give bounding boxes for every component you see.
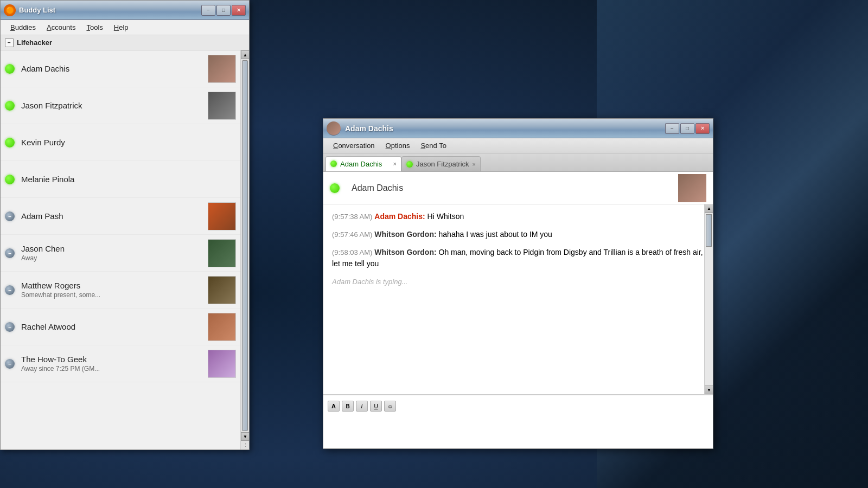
chat-title-text: Adam Dachis	[345, 124, 665, 133]
msg-time-3: (9:58:03 AM)	[332, 248, 372, 256]
status-dot-how-to-geek	[5, 359, 15, 369]
status-dot-melanie-pinola	[5, 175, 15, 184]
buddy-item-rachel-atwood[interactable]: Rachel Atwood	[1, 309, 240, 345]
buddy-list-titlebar: 🟠 Buddy List − □ ✕	[1, 1, 249, 20]
scrollbar-resize: ⋮	[241, 441, 249, 450]
chat-menu-options[interactable]: Options	[380, 140, 416, 151]
chat-scroll-thumb[interactable]	[706, 214, 712, 247]
chat-menu-conversation[interactable]: Conversation	[328, 140, 380, 151]
buddy-item-adam-pash[interactable]: Adam Pash	[1, 198, 240, 235]
chat-minimize-btn[interactable]: −	[665, 123, 679, 134]
group-collapse-btn[interactable]: −	[5, 38, 14, 47]
chat-scroll-arrow-down[interactable]: ▼	[705, 386, 713, 394]
buddy-item-how-to-geek[interactable]: The How-To Geek Away since 7:25 PM (GM..…	[1, 345, 240, 382]
chat-tab-adam-dachis[interactable]: Adam Dachis ×	[326, 156, 401, 171]
status-dot-kevin-purdy	[5, 138, 15, 147]
toolbar-italic-btn[interactable]: I	[356, 401, 368, 412]
menu-accounts[interactable]: Accounts	[41, 21, 81, 34]
chat-header: Adam Dachis	[323, 172, 713, 204]
buddy-name-kevin-purdy: Kevin Purdy	[21, 138, 236, 147]
typing-indicator: Adam Dachis is typing...	[332, 276, 704, 287]
buddy-avatar-matthew-rogers	[208, 276, 236, 304]
message-1: (9:57:38 AM) Adam Dachis: Hi Whitson	[332, 211, 704, 222]
chat-close-btn[interactable]: ✕	[695, 123, 710, 134]
buddy-item-kevin-purdy[interactable]: Kevin Purdy	[1, 124, 240, 161]
buddy-list-scroll-area: Adam Dachis Jason Fitzpatrick Kevin Purd…	[1, 50, 240, 450]
chat-tab-close-adam[interactable]: ×	[393, 160, 397, 167]
buddy-list-window-controls: − □ ✕	[201, 5, 246, 16]
chat-menu-bar: Conversation Options Send To	[323, 138, 713, 153]
chat-tab-close-jason-fitz[interactable]: ×	[473, 161, 476, 168]
buddy-name-jason-fitzpatrick: Jason Fitzpatrick	[21, 101, 208, 110]
scrollbar-arrow-down[interactable]: ▼	[241, 432, 249, 441]
buddy-avatar-jason-chen	[208, 239, 236, 267]
buddy-status-how-to-geek: Away since 7:25 PM (GM...	[21, 365, 208, 373]
menu-help[interactable]: Help	[108, 21, 134, 34]
status-dot-adam-dachis	[5, 64, 15, 74]
menu-tools[interactable]: Tools	[81, 21, 108, 34]
buddy-name-rachel-atwood: Rachel Atwood	[21, 322, 208, 331]
buddy-status-matthew-rogers: Somewhat present, some...	[21, 291, 208, 299]
buddy-list-minimize-btn[interactable]: −	[201, 5, 215, 16]
msg-time-1: (9:57:38 AM)	[332, 213, 372, 221]
chat-scroll-arrow-up[interactable]: ▲	[705, 204, 713, 213]
chat-maximize-btn[interactable]: □	[680, 123, 694, 134]
buddy-info-melanie-pinola: Melanie Pinola	[21, 175, 236, 184]
chat-window-controls: − □ ✕	[665, 123, 710, 134]
buddy-avatar-jason-fitzpatrick	[208, 92, 236, 120]
buddy-info-kevin-purdy: Kevin Purdy	[21, 138, 236, 147]
chat-input-area: A B I U ☺	[323, 394, 713, 448]
msg-sender-3: Whitson Gordon:	[374, 248, 436, 256]
buddy-item-jason-fitzpatrick[interactable]: Jason Fitzpatrick	[1, 87, 240, 124]
buddy-name-matthew-rogers: Matthew Rogers	[21, 281, 208, 290]
msg-text-1: Hi Whitson	[427, 212, 464, 221]
chat-tabs: Adam Dachis × Jason Fitzpatrick ×	[323, 153, 713, 172]
buddy-list-icon: 🟠	[4, 4, 16, 16]
buddy-list-menu-bar: Buddies Accounts Tools Help	[1, 20, 249, 35]
buddy-name-jason-chen: Jason Chen	[21, 244, 208, 253]
toolbar-emoji-btn[interactable]: ☺	[384, 401, 396, 412]
msg-text-2: hahaha I was just about to IM you	[439, 230, 552, 239]
chat-tab-label-jason-fitz: Jason Fitzpatrick	[416, 160, 469, 168]
buddy-list-content: Adam Dachis Jason Fitzpatrick Kevin Purd…	[1, 50, 249, 450]
buddy-list-scrollbar[interactable]: ▲ ▼ ⋮	[240, 50, 249, 450]
buddy-item-matthew-rogers[interactable]: Matthew Rogers Somewhat present, some...	[1, 272, 240, 309]
tab-status-dot-adam	[330, 160, 337, 167]
typing-text: Adam Dachis is typing...	[332, 278, 407, 286]
buddy-info-adam-dachis: Adam Dachis	[21, 64, 208, 73]
chat-header-buddy-name: Adam Dachis	[352, 183, 678, 193]
chat-tab-jason-fitzpatrick[interactable]: Jason Fitzpatrick ×	[401, 156, 481, 171]
chat-tab-label-adam: Adam Dachis	[340, 160, 382, 168]
buddy-avatar-how-to-geek	[208, 350, 236, 378]
menu-buddies[interactable]: Buddies	[5, 21, 41, 34]
msg-sender-2: Whitson Gordon:	[374, 230, 436, 239]
buddy-info-jason-chen: Jason Chen Away	[21, 244, 208, 262]
buddy-item-jason-chen[interactable]: Jason Chen Away	[1, 235, 240, 272]
group-lifehacker-header[interactable]: − Lifehacker	[1, 35, 249, 50]
message-2: (9:57:46 AM) Whitson Gordon: hahaha I wa…	[332, 229, 704, 240]
toolbar-font-btn[interactable]: A	[328, 401, 340, 412]
buddy-item-adam-dachis[interactable]: Adam Dachis	[1, 50, 240, 87]
chat-messages-area: (9:57:38 AM) Adam Dachis: Hi Whitson (9:…	[323, 204, 713, 394]
status-dot-jason-fitzpatrick	[5, 101, 15, 111]
chat-messages-scrollbar[interactable]: ▲ ▼	[704, 204, 713, 394]
buddy-avatar-adam-pash	[208, 202, 236, 230]
scrollbar-arrow-up[interactable]: ▲	[241, 50, 249, 59]
msg-time-2: (9:57:46 AM)	[332, 230, 372, 239]
buddy-info-adam-pash: Adam Pash	[21, 211, 208, 221]
toolbar-bold-btn[interactable]: B	[342, 401, 354, 412]
status-dot-matthew-rogers	[5, 285, 15, 295]
chat-header-status-dot	[330, 183, 340, 193]
status-dot-adam-pash	[5, 211, 15, 221]
toolbar-underline-btn[interactable]: U	[370, 401, 382, 412]
group-name: Lifehacker	[17, 38, 52, 47]
chat-input-field[interactable]	[328, 415, 709, 445]
chat-menu-sendto[interactable]: Send To	[415, 140, 451, 151]
scrollbar-thumb[interactable]	[242, 60, 248, 431]
buddy-info-how-to-geek: The How-To Geek Away since 7:25 PM (GM..…	[21, 355, 208, 373]
buddy-item-melanie-pinola[interactable]: Melanie Pinola	[1, 161, 240, 198]
buddy-list-maximize-btn[interactable]: □	[216, 5, 231, 16]
chat-input-toolbar: A B I U ☺	[328, 400, 709, 413]
buddy-list-close-btn[interactable]: ✕	[232, 5, 246, 16]
chat-title-avatar	[327, 121, 341, 136]
